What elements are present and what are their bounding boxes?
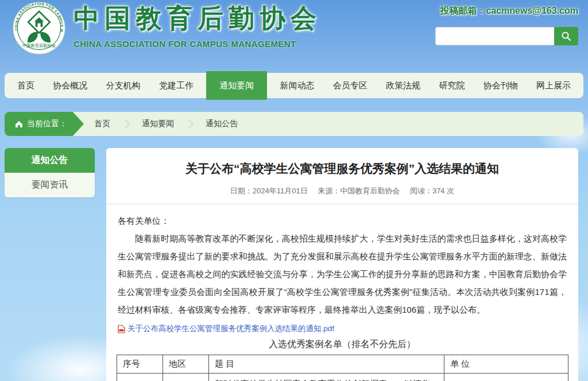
sidebar-item-announcements[interactable]: 通知公告: [5, 148, 95, 173]
nav-item-publications[interactable]: 协会刊物: [478, 80, 524, 91]
nav-item-notices[interactable]: 通知要闻: [206, 71, 267, 100]
nav-item-policies[interactable]: 政策法规: [380, 80, 426, 91]
nav-item-about[interactable]: 协会概况: [47, 80, 93, 91]
nav-item-exhibition[interactable]: 网上展示: [531, 80, 577, 91]
brand-block: 中国教育后勤协会 CHINA ASSOCIATION FOR CAMPUS MA…: [74, 1, 322, 49]
breadcrumb-item-announcements[interactable]: 通知公告: [206, 119, 238, 129]
nav-item-institute[interactable]: 研究院: [433, 80, 470, 91]
cell-number: 1: [117, 374, 163, 381]
home-icon: [15, 120, 23, 128]
sidebar-item-news[interactable]: 要闻资讯: [5, 173, 95, 197]
attachment-link[interactable]: 关于公布高校学生公寓管理服务优秀案例入选结果的通知.pdf: [127, 324, 334, 334]
article-header: 关于公布“高校学生公寓管理服务优秀案例”入选结果的通知 日期：2024年11月0…: [106, 148, 578, 204]
pdf-file-icon: [118, 325, 125, 333]
table-caption: 入选优秀案例名单（排名不分先后）: [106, 339, 578, 351]
nav-item-members[interactable]: 会员专区: [327, 80, 373, 91]
search-bar: [435, 27, 578, 45]
cell-unit: 清华大学学生社区管理服务中: [444, 374, 568, 381]
attachment-row: 关于公布高校学生公寓管理服务优秀案例入选结果的通知.pdf: [106, 318, 578, 334]
cases-table: 序号 地区 题 目 单 位 1 新时代高校学生社区安全教育工作的创新探索——以清…: [117, 355, 568, 381]
table-header-row: 序号 地区 题 目 单 位: [117, 355, 568, 374]
breadcrumb: 当前位置： 首页 通知要闻 通知公告: [5, 112, 583, 136]
main-nav: 首页 协会概况 分支机构 党建工作 通知要闻 新闻动态 会员专区 政策法规 研究…: [5, 73, 583, 98]
col-header-title: 题 目: [209, 355, 444, 374]
col-header-number: 序号: [117, 355, 163, 374]
article-body: 各有关单位： 随着新时期高等教育改革的不断深化，高校招生规模持续扩大，学生对美好…: [106, 204, 578, 318]
breadcrumb-item-notices[interactable]: 通知要闻: [142, 119, 174, 129]
article-paragraph: 随着新时期高等教育改革的不断深化，高校招生规模持续扩大，学生对美好生活的需求也日…: [118, 230, 567, 318]
salutation: 各有关单位：: [118, 212, 567, 230]
search-input[interactable]: [435, 27, 554, 45]
cell-region: [163, 374, 209, 381]
article-date: 日期：2024年11月01日: [230, 186, 308, 195]
table-row: 1 新时代高校学生社区安全教育工作的创新探索——以清华大学 清华大学学生社区管理…: [117, 374, 568, 381]
article-title: 关于公布“高校学生公寓管理服务优秀案例”入选结果的通知: [123, 161, 561, 177]
breadcrumb-label: 当前位置：: [27, 119, 67, 129]
contact-email: 投稿邮箱：cacmnews@163.com: [440, 5, 578, 17]
article-views: 阅读：374 次: [410, 186, 454, 195]
site-title: 中国教育后勤协会: [74, 1, 322, 36]
article-panel: 关于公布“高校学生公寓管理服务优秀案例”入选结果的通知 日期：2024年11月0…: [106, 148, 578, 381]
nav-item-home[interactable]: 首页: [11, 80, 40, 91]
nav-item-party[interactable]: 党建工作: [153, 80, 199, 91]
page: CHINA ASSOCIATION FOR CAMPUS MANAGEMENT …: [0, 0, 588, 381]
col-header-region: 地区: [163, 355, 209, 374]
article-meta: 日期：2024年11月01日 来源：中国教育后勤协会 阅读：374 次: [123, 186, 561, 196]
nav-item-branches[interactable]: 分支机构: [100, 80, 146, 91]
nav-item-news[interactable]: 新闻动态: [274, 80, 320, 91]
search-button[interactable]: [554, 27, 578, 45]
breadcrumb-item-home[interactable]: 首页: [94, 119, 110, 129]
svg-text:中国教育后勤协会: 中国教育后勤协会: [22, 43, 56, 48]
association-logo-icon: CHINA ASSOCIATION FOR CAMPUS MANAGEMENT …: [13, 2, 65, 55]
sidebar: 通知公告 要闻资讯: [5, 148, 95, 197]
site-subtitle: CHINA ASSOCIATION FOR CAMPUS MANAGEMENT: [74, 39, 322, 49]
chevron-right-icon: [185, 119, 195, 129]
col-header-unit: 单 位: [444, 355, 568, 374]
chevron-right-icon: [122, 119, 131, 129]
search-icon: [561, 31, 571, 41]
site-header: CHINA ASSOCIATION FOR CAMPUS MANAGEMENT …: [0, 0, 588, 69]
cell-title: 新时代高校学生社区安全教育工作的创新探索——以清华大学: [209, 374, 444, 381]
breadcrumb-badge: 当前位置：: [5, 112, 84, 136]
article-source: 来源：中国教育后勤协会: [318, 186, 400, 195]
